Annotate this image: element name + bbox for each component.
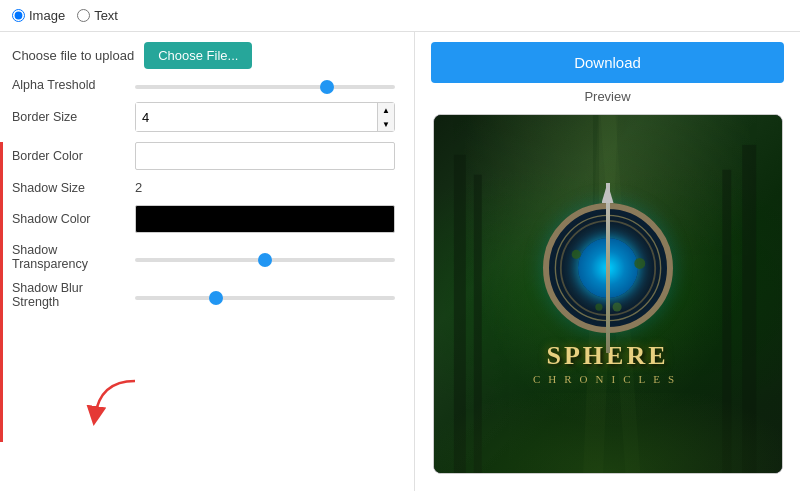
ground-glow (434, 393, 782, 473)
logo-container: SPHERE CHRONICLES (533, 203, 682, 385)
top-bar: Image Text (0, 0, 800, 32)
border-color-row: Border Color (12, 142, 402, 170)
alpha-label: Alpha Treshold (12, 78, 127, 92)
text-radio-text: Text (94, 8, 118, 23)
upload-label: Choose file to upload (12, 48, 134, 63)
image-radio-text: Image (29, 8, 65, 23)
shadow-transparency-slider[interactable] (135, 258, 395, 262)
border-size-spinner: ▲ ▼ (377, 103, 394, 131)
file-upload-row: Choose file to upload Choose File... (12, 42, 402, 69)
preview-image: SPHERE CHRONICLES (433, 114, 783, 474)
shadow-size-row: Shadow Size 2 (12, 180, 402, 195)
border-size-down[interactable]: ▼ (378, 117, 394, 131)
shadow-transparency-slider-container (135, 250, 395, 265)
svg-point-9 (595, 303, 602, 310)
download-button[interactable]: Download (431, 42, 784, 83)
shadow-transparency-label: Shadow Transparency (12, 243, 127, 271)
image-radio-label[interactable]: Image (12, 8, 65, 23)
svg-point-10 (612, 302, 621, 311)
right-panel: Download Preview (415, 32, 800, 491)
main-layout: Choose file to upload Choose File... Alp… (0, 32, 800, 491)
svg-point-8 (634, 258, 645, 269)
shadow-transparency-row: Shadow Transparency (12, 243, 402, 271)
game-preview-bg: SPHERE CHRONICLES (434, 115, 782, 473)
alpha-slider-container (135, 77, 395, 92)
shadow-color-label: Shadow Color (12, 212, 127, 226)
shadow-size-label: Shadow Size (12, 181, 127, 195)
text-radio[interactable] (77, 9, 90, 22)
image-radio[interactable] (12, 9, 25, 22)
border-size-input[interactable] (136, 103, 377, 131)
shadow-blur-label: Shadow Blur Strength (12, 281, 127, 309)
emblem (543, 203, 673, 333)
border-size-input-wrapper: ▲ ▼ (135, 102, 395, 132)
shadow-blur-row: Shadow Blur Strength (12, 281, 402, 309)
arrow-annotation (80, 371, 160, 431)
left-panel: Choose file to upload Choose File... Alp… (0, 32, 415, 491)
shadow-blur-slider-container (135, 288, 395, 303)
red-accent-bar (0, 142, 3, 442)
svg-point-7 (571, 250, 580, 259)
alpha-slider[interactable] (135, 85, 395, 89)
emblem-sword (606, 183, 610, 353)
annotation-arrow-svg (80, 371, 160, 431)
border-size-up[interactable]: ▲ (378, 103, 394, 117)
border-color-picker[interactable] (135, 142, 395, 170)
shadow-blur-slider[interactable] (135, 296, 395, 300)
border-color-label: Border Color (12, 149, 127, 163)
game-subtitle: CHRONICLES (533, 373, 682, 385)
text-radio-label[interactable]: Text (77, 8, 118, 23)
mode-radio-group: Image Text (12, 8, 118, 23)
shadow-size-value: 2 (135, 180, 142, 195)
shadow-color-picker[interactable] (135, 205, 395, 233)
choose-file-button[interactable]: Choose File... (144, 42, 252, 69)
border-size-row: Border Size ▲ ▼ (12, 102, 402, 132)
shadow-color-row: Shadow Color (12, 205, 402, 233)
alpha-row: Alpha Treshold (12, 77, 402, 92)
preview-label: Preview (584, 89, 630, 104)
border-size-label: Border Size (12, 110, 127, 124)
